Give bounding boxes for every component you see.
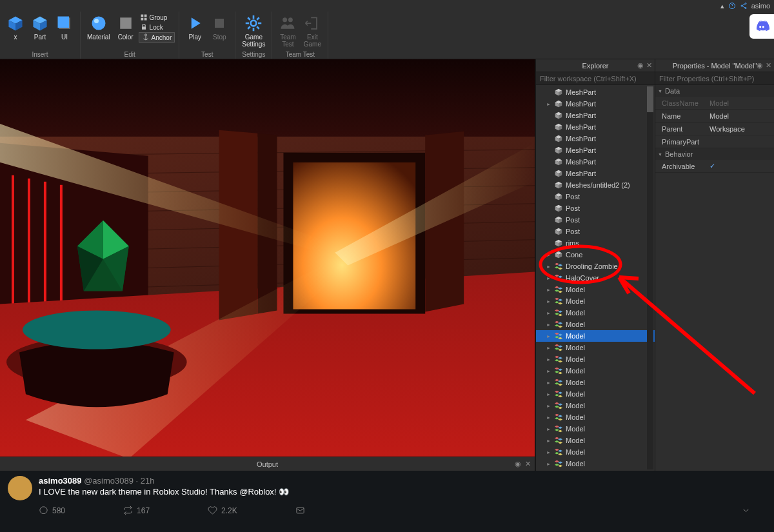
explorer-tree[interactable]: MeshPartMeshPartMeshPartMeshPartMeshPart…	[536, 85, 655, 471]
explorer-node[interactable]: Model	[536, 400, 655, 411]
svg-point-13	[94, 19, 99, 23]
model-icon	[554, 285, 563, 294]
svg-marker-151	[558, 380, 562, 383]
explorer-node[interactable]: MeshPart	[536, 110, 655, 121]
explorer-node[interactable]: MeshPart	[536, 121, 655, 133]
explorer-node[interactable]: rims	[536, 237, 655, 249]
color-button[interactable]: Color	[114, 13, 137, 43]
explorer-node[interactable]: Post	[536, 226, 655, 237]
part-button[interactable]: Part	[28, 13, 52, 42]
retweet-button[interactable]: 167	[123, 506, 150, 515]
explorer-node[interactable]: MeshPart	[536, 144, 655, 156]
explorer-node[interactable]: Model	[536, 284, 655, 295]
explorer-scrollbar[interactable]	[647, 86, 653, 469]
explorer-node[interactable]: Model	[536, 319, 655, 330]
property-value[interactable]: ✓	[707, 162, 774, 170]
explorer-node[interactable]: Model	[536, 435, 655, 446]
tweet-author-name[interactable]: asimo3089	[39, 476, 82, 486]
svg-marker-156	[555, 394, 559, 397]
property-row[interactable]: Archivable✓	[655, 160, 774, 173]
property-section-header[interactable]: Data	[655, 85, 774, 97]
explorer-filter-input[interactable]	[536, 72, 655, 85]
explorer-node[interactable]: Model	[536, 458, 655, 469]
properties-close-icon[interactable]: ✕	[766, 61, 771, 70]
explorer-node[interactable]: MeshPart	[536, 156, 655, 168]
explorer-node[interactable]: Model	[536, 353, 655, 365]
ui-button[interactable]: UI	[53, 13, 76, 42]
property-value[interactable]: Model	[707, 99, 774, 107]
property-row[interactable]: ParentWorkspace	[655, 123, 774, 135]
explorer-node[interactable]: Model	[536, 411, 655, 423]
explorer-node[interactable]: Model	[536, 423, 655, 435]
explorer-node[interactable]: Post	[536, 202, 655, 214]
explorer-node[interactable]: Model	[536, 388, 655, 400]
ribbon-group-teamtest: Team Test Exit Game Team Test	[272, 12, 328, 59]
property-value[interactable]: Model	[707, 112, 774, 120]
anchor-button[interactable]: Anchor	[139, 32, 175, 43]
explorer-node[interactable]: MeshPart	[536, 168, 655, 179]
explorer-node[interactable]: Model	[536, 330, 655, 342]
explorer-close-icon[interactable]: ✕	[646, 61, 652, 70]
explorer-node[interactable]: Model	[536, 307, 655, 319]
tweet-time: 21h	[141, 476, 155, 486]
tweet-caret-button[interactable]	[741, 506, 751, 515]
discord-icon	[754, 19, 769, 34]
property-value[interactable]: Workspace	[707, 125, 774, 133]
explorer-node[interactable]: Model	[536, 377, 655, 388]
svg-line-29	[257, 26, 260, 29]
explorer-node[interactable]: Model	[536, 446, 655, 458]
explorer-node[interactable]: Cone	[536, 249, 655, 261]
model-icon	[554, 308, 563, 317]
meshpart-icon	[554, 192, 563, 201]
properties-undock-icon[interactable]: ◉	[757, 61, 763, 70]
ribbon-x-button[interactable]: x	[4, 13, 27, 42]
output-title: Output	[257, 460, 278, 468]
explorer-node[interactable]: HaloCover	[536, 272, 655, 284]
explorer-node[interactable]: Model	[536, 295, 655, 307]
play-button[interactable]: Play	[183, 13, 206, 42]
explorer-node[interactable]: Model	[536, 342, 655, 353]
avatar[interactable]	[8, 476, 32, 500]
viewport[interactable]: ▣	[0, 59, 535, 471]
model-icon	[554, 273, 563, 282]
reply-button[interactable]: 580	[39, 506, 65, 515]
explorer-node[interactable]: MeshPart	[536, 133, 655, 144]
material-button[interactable]: Material	[84, 13, 113, 43]
explorer-node[interactable]: Drooling Zombie	[536, 261, 655, 272]
game-settings-button[interactable]: Game Settings	[239, 13, 268, 49]
lock-button[interactable]: Lock	[139, 23, 175, 32]
properties-title-bar[interactable]: Properties - Model "Model" ◉✕	[655, 59, 774, 72]
output-undock-icon[interactable]: ◉	[515, 460, 521, 468]
share-icon[interactable]	[740, 2, 748, 10]
explorer-node[interactable]: MeshPart	[536, 86, 655, 98]
explorer-node[interactable]: Post	[536, 214, 655, 226]
svg-marker-176	[555, 452, 559, 455]
meshpart-icon	[554, 239, 563, 248]
property-row[interactable]: NameModel	[655, 110, 774, 123]
dm-button[interactable]	[295, 506, 305, 515]
node-label: Model	[566, 379, 585, 386]
meshpart-icon	[554, 181, 563, 190]
property-row[interactable]: ClassNameModel	[655, 97, 774, 110]
explorer-node[interactable]: Meshes/untitled2 (2)	[536, 179, 655, 191]
property-section-header[interactable]: Behavior	[655, 148, 774, 160]
svg-marker-154	[555, 391, 559, 393]
output-panel-header[interactable]: Output ◉✕	[0, 457, 535, 471]
explorer-undock-icon[interactable]: ◉	[637, 61, 644, 70]
tweet-author-handle[interactable]: @asimo3089	[84, 476, 134, 486]
group-button[interactable]: Group	[139, 13, 175, 22]
explorer-title-bar[interactable]: Explorer ◉✕	[536, 59, 655, 72]
output-close-icon[interactable]: ✕	[525, 460, 531, 468]
explorer-node[interactable]: Model	[536, 365, 655, 377]
collapse-caret-icon[interactable]: ▴	[720, 2, 724, 10]
help-icon[interactable]	[728, 2, 736, 10]
ribbon-group-insert: x Part UI Insert	[0, 12, 81, 59]
property-row[interactable]: PrimaryPart	[655, 135, 774, 148]
discord-widget[interactable]	[749, 14, 774, 39]
like-button[interactable]: 2.2K	[208, 506, 237, 515]
svg-marker-144	[555, 359, 559, 362]
explorer-node[interactable]: Post	[536, 191, 655, 202]
explorer-node[interactable]: MeshPart	[536, 98, 655, 110]
properties-filter-input[interactable]	[655, 72, 774, 85]
scrollbar-thumb[interactable]	[647, 86, 653, 112]
